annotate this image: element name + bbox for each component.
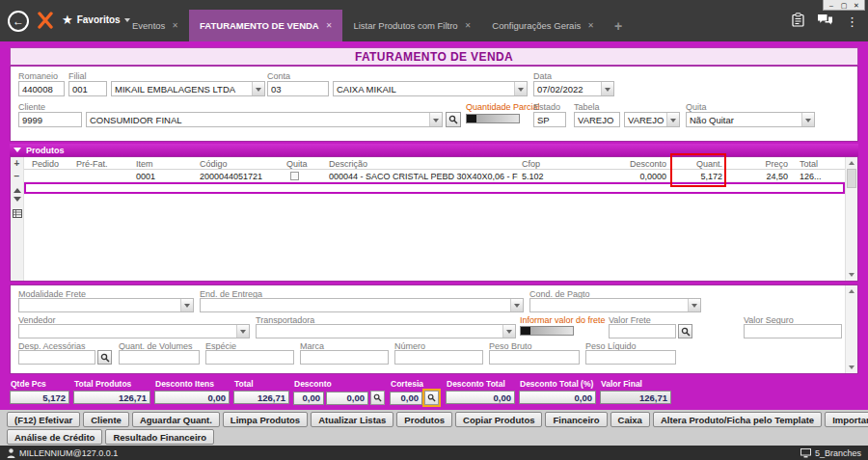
products-section-header[interactable]: Produtos	[10, 144, 858, 156]
col-codigo[interactable]: Código	[200, 159, 228, 169]
close-tab-icon[interactable]: ✕	[326, 21, 333, 30]
table-scrollbar[interactable]	[845, 157, 857, 281]
tabela-select[interactable]: VAREJO	[624, 112, 680, 127]
cond-pagto-select[interactable]	[529, 298, 701, 312]
tab-faturamento-de-venda[interactable]: FATURAMENTO DE VENDA ✕	[189, 10, 342, 41]
produtos-button[interactable]: Produtos	[396, 412, 452, 427]
importar-xml-button[interactable]: Importar XML	[825, 412, 868, 427]
desconto-search-button[interactable]	[370, 391, 385, 405]
chevron-down-icon	[429, 113, 442, 126]
col-descricao[interactable]: Descrição	[329, 159, 367, 169]
col-pre-fat[interactable]: Pré-Fat.	[76, 159, 108, 169]
romaneio-input[interactable]	[18, 81, 65, 96]
add-row-button[interactable]: +	[12, 158, 23, 169]
favorites-menu[interactable]: ★ Favoritos	[62, 14, 130, 26]
especie-input[interactable]	[205, 350, 294, 365]
minimize-button[interactable]: –	[826, 1, 837, 10]
close-window-button[interactable]: ✕	[851, 1, 862, 10]
back-button[interactable]: ←	[8, 11, 29, 32]
cliente-search-button[interactable]	[446, 112, 461, 127]
modalidade-frete-select[interactable]	[18, 298, 194, 312]
peso-bruto-input[interactable]	[489, 350, 580, 365]
kebab-menu-icon[interactable]: ⋮	[846, 14, 858, 29]
move-row-down-button[interactable]	[12, 196, 23, 206]
col-cfop[interactable]: Cfop	[522, 159, 540, 169]
quita-select[interactable]: Não Quitar	[686, 112, 815, 127]
limpa-produtos-button[interactable]: Limpa Produtos	[223, 412, 308, 427]
scroll-up-arrow[interactable]	[846, 285, 857, 296]
remove-row-button[interactable]: −	[12, 171, 23, 181]
vendedor-select[interactable]	[18, 324, 250, 338]
quant-volumes-input[interactable]	[119, 350, 200, 365]
tasks-clipboard-icon[interactable]	[792, 13, 804, 31]
scroll-up-arrow[interactable]	[846, 157, 857, 168]
atualizar-listas-button[interactable]: Atualizar Listas	[311, 412, 393, 427]
valor-frete-input[interactable]	[609, 324, 676, 338]
col-total[interactable]: Total	[800, 159, 818, 169]
resultado-financeiro-button[interactable]: Resultado Financeiro	[105, 429, 214, 445]
close-tab-icon[interactable]: ✕	[587, 21, 594, 30]
desconto-value-1[interactable]: 0,00	[293, 392, 324, 405]
scrollbar-thumb[interactable]	[847, 169, 856, 188]
new-tab-button[interactable]: +	[605, 10, 632, 41]
valor-seguro-input[interactable]	[744, 324, 842, 338]
messages-icon[interactable]	[817, 14, 833, 31]
data-select[interactable]: 07/02/2022	[533, 81, 614, 96]
caixa-button[interactable]: Caixa	[610, 412, 650, 427]
altera-produto-template-button[interactable]: Altera Produto/Ficha pelo Template	[653, 412, 822, 427]
freight-scrollbar[interactable]	[845, 285, 857, 373]
desconto-total-pct-value[interactable]: 0,00	[519, 391, 596, 404]
selected-empty-row[interactable]	[24, 182, 845, 194]
cliente-select[interactable]: CONSUMIDOR FINAL	[86, 112, 443, 127]
close-tab-icon[interactable]: ✕	[172, 21, 178, 30]
conta-select[interactable]: CAIXA MIKAIL	[333, 81, 528, 96]
analise-credito-button[interactable]: Análise de Crédito	[7, 429, 102, 445]
cliente-code-input[interactable]	[18, 112, 82, 127]
transportadora-select[interactable]	[256, 324, 516, 338]
valor-frete-search-button[interactable]	[678, 324, 692, 338]
desp-acessorias-input[interactable]	[18, 350, 95, 365]
col-pedido[interactable]: Pedido	[32, 159, 59, 169]
col-desconto[interactable]: Desconto	[587, 159, 666, 169]
quita-checkbox[interactable]	[290, 172, 299, 180]
desp-acessorias-search-button[interactable]	[97, 350, 112, 365]
tabela-code-input[interactable]	[574, 112, 620, 127]
numero-input[interactable]	[394, 350, 483, 365]
efetivar-button[interactable]: (F12) Efetivar	[7, 412, 80, 427]
move-row-up-button[interactable]	[12, 183, 23, 194]
grid-options-button[interactable]	[12, 208, 23, 219]
copiar-produtos-button[interactable]: Copiar Produtos	[455, 412, 542, 427]
desconto-value-2[interactable]: 0,00	[326, 392, 368, 405]
col-preco[interactable]: Preço	[734, 159, 788, 169]
conta-name: CAIXA MIKAIL	[334, 84, 514, 95]
cliente-button[interactable]: Cliente	[83, 412, 129, 427]
financeiro-button[interactable]: Financeiro	[545, 412, 607, 427]
scroll-down-arrow[interactable]	[846, 270, 857, 281]
col-quita[interactable]: Quita	[286, 159, 308, 169]
close-tab-icon[interactable]: ✕	[465, 21, 472, 30]
filial-code-input[interactable]	[68, 81, 107, 96]
desconto-total-value[interactable]: 0,00	[446, 391, 515, 404]
conta-code-input[interactable]	[267, 81, 329, 96]
maximize-button[interactable]: ▢	[838, 1, 850, 10]
peso-liquido-input[interactable]	[585, 350, 676, 365]
action-row-2: Análise de Crédito Resultado Financeiro	[7, 429, 861, 445]
table-row[interactable]: 0001 2000044051721 000044 - SACO CRISTAL…	[11, 170, 845, 182]
marca-input[interactable]	[300, 350, 389, 365]
estado-input[interactable]	[533, 112, 566, 127]
cortesia-search-button[interactable]	[424, 391, 439, 405]
filial-select[interactable]: MIKAIL EMBALAGENS LTDA	[111, 81, 265, 96]
cortesia-value[interactable]: 0,00	[390, 392, 422, 405]
tab-listar-produtos-com-filtro[interactable]: Listar Produtos com Filtro ✕	[342, 10, 481, 41]
tab-configuracoes-gerais[interactable]: Configurações Gerais ✕	[481, 10, 605, 41]
aguardar-quant-button[interactable]: Aguardar Quant.	[132, 412, 220, 427]
tab-eventos[interactable]: Eventos ✕	[122, 10, 189, 41]
col-item[interactable]: Item	[136, 159, 153, 169]
col-quant[interactable]: Quant.	[674, 159, 722, 169]
scroll-down-arrow[interactable]	[846, 363, 857, 373]
informar-frete-slider[interactable]	[520, 326, 574, 336]
end-entrega-select[interactable]	[200, 298, 524, 312]
slider-thumb[interactable]	[521, 327, 530, 335]
quantidade-parcial-slider[interactable]	[466, 114, 520, 123]
slider-thumb[interactable]	[467, 115, 476, 122]
